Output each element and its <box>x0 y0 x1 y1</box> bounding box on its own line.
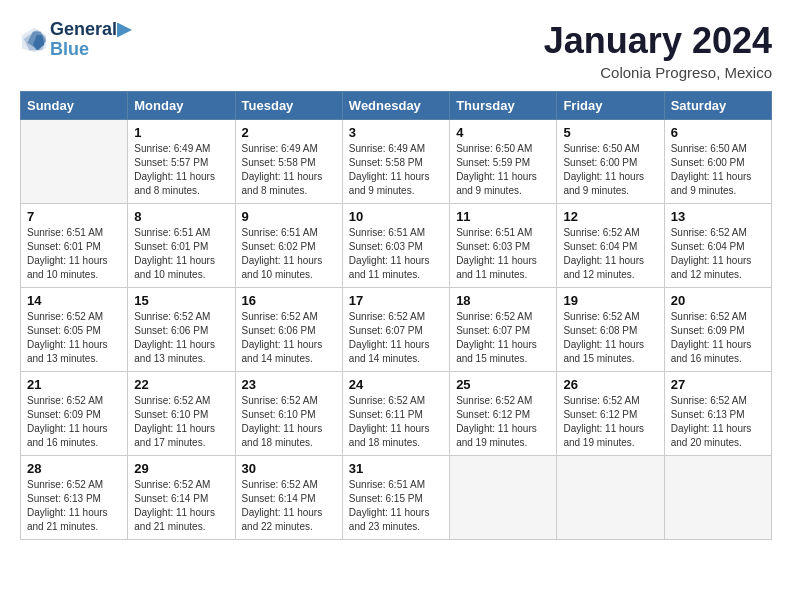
table-row: 26Sunrise: 6:52 AM Sunset: 6:12 PM Dayli… <box>557 372 664 456</box>
day-info: Sunrise: 6:52 AM Sunset: 6:14 PM Dayligh… <box>134 478 228 534</box>
day-info: Sunrise: 6:52 AM Sunset: 6:04 PM Dayligh… <box>671 226 765 282</box>
title-block: January 2024 Colonia Progreso, Mexico <box>544 20 772 81</box>
table-row: 16Sunrise: 6:52 AM Sunset: 6:06 PM Dayli… <box>235 288 342 372</box>
day-number: 11 <box>456 209 550 224</box>
day-info: Sunrise: 6:52 AM Sunset: 6:10 PM Dayligh… <box>242 394 336 450</box>
calendar-week-row: 14Sunrise: 6:52 AM Sunset: 6:05 PM Dayli… <box>21 288 772 372</box>
table-row: 20Sunrise: 6:52 AM Sunset: 6:09 PM Dayli… <box>664 288 771 372</box>
logo-text-line1: General▶ <box>50 20 131 40</box>
table-row <box>664 456 771 540</box>
day-number: 14 <box>27 293 121 308</box>
table-row: 8Sunrise: 6:51 AM Sunset: 6:01 PM Daylig… <box>128 204 235 288</box>
table-row: 2Sunrise: 6:49 AM Sunset: 5:58 PM Daylig… <box>235 120 342 204</box>
day-info: Sunrise: 6:51 AM Sunset: 6:03 PM Dayligh… <box>349 226 443 282</box>
day-number: 2 <box>242 125 336 140</box>
header-monday: Monday <box>128 92 235 120</box>
day-info: Sunrise: 6:52 AM Sunset: 6:06 PM Dayligh… <box>242 310 336 366</box>
day-info: Sunrise: 6:49 AM Sunset: 5:57 PM Dayligh… <box>134 142 228 198</box>
weekday-header-row: Sunday Monday Tuesday Wednesday Thursday… <box>21 92 772 120</box>
day-number: 27 <box>671 377 765 392</box>
day-number: 19 <box>563 293 657 308</box>
day-info: Sunrise: 6:52 AM Sunset: 6:08 PM Dayligh… <box>563 310 657 366</box>
table-row: 30Sunrise: 6:52 AM Sunset: 6:14 PM Dayli… <box>235 456 342 540</box>
header-friday: Friday <box>557 92 664 120</box>
table-row: 19Sunrise: 6:52 AM Sunset: 6:08 PM Dayli… <box>557 288 664 372</box>
day-number: 24 <box>349 377 443 392</box>
header-tuesday: Tuesday <box>235 92 342 120</box>
day-info: Sunrise: 6:50 AM Sunset: 6:00 PM Dayligh… <box>563 142 657 198</box>
day-info: Sunrise: 6:52 AM Sunset: 6:07 PM Dayligh… <box>349 310 443 366</box>
day-info: Sunrise: 6:52 AM Sunset: 6:12 PM Dayligh… <box>456 394 550 450</box>
day-number: 4 <box>456 125 550 140</box>
table-row: 4Sunrise: 6:50 AM Sunset: 5:59 PM Daylig… <box>450 120 557 204</box>
table-row: 7Sunrise: 6:51 AM Sunset: 6:01 PM Daylig… <box>21 204 128 288</box>
day-info: Sunrise: 6:52 AM Sunset: 6:13 PM Dayligh… <box>27 478 121 534</box>
day-number: 28 <box>27 461 121 476</box>
day-info: Sunrise: 6:51 AM Sunset: 6:02 PM Dayligh… <box>242 226 336 282</box>
day-number: 20 <box>671 293 765 308</box>
table-row: 24Sunrise: 6:52 AM Sunset: 6:11 PM Dayli… <box>342 372 449 456</box>
logo-text-line2: Blue <box>50 40 131 60</box>
table-row: 12Sunrise: 6:52 AM Sunset: 6:04 PM Dayli… <box>557 204 664 288</box>
day-info: Sunrise: 6:52 AM Sunset: 6:11 PM Dayligh… <box>349 394 443 450</box>
day-number: 22 <box>134 377 228 392</box>
day-number: 31 <box>349 461 443 476</box>
day-info: Sunrise: 6:50 AM Sunset: 5:59 PM Dayligh… <box>456 142 550 198</box>
day-info: Sunrise: 6:52 AM Sunset: 6:10 PM Dayligh… <box>134 394 228 450</box>
table-row: 6Sunrise: 6:50 AM Sunset: 6:00 PM Daylig… <box>664 120 771 204</box>
table-row: 10Sunrise: 6:51 AM Sunset: 6:03 PM Dayli… <box>342 204 449 288</box>
day-number: 9 <box>242 209 336 224</box>
table-row: 15Sunrise: 6:52 AM Sunset: 6:06 PM Dayli… <box>128 288 235 372</box>
day-number: 3 <box>349 125 443 140</box>
table-row: 23Sunrise: 6:52 AM Sunset: 6:10 PM Dayli… <box>235 372 342 456</box>
table-row: 14Sunrise: 6:52 AM Sunset: 6:05 PM Dayli… <box>21 288 128 372</box>
day-info: Sunrise: 6:52 AM Sunset: 6:09 PM Dayligh… <box>671 310 765 366</box>
header-thursday: Thursday <box>450 92 557 120</box>
table-row <box>450 456 557 540</box>
table-row: 3Sunrise: 6:49 AM Sunset: 5:58 PM Daylig… <box>342 120 449 204</box>
day-number: 30 <box>242 461 336 476</box>
day-info: Sunrise: 6:52 AM Sunset: 6:12 PM Dayligh… <box>563 394 657 450</box>
header-sunday: Sunday <box>21 92 128 120</box>
calendar-week-row: 7Sunrise: 6:51 AM Sunset: 6:01 PM Daylig… <box>21 204 772 288</box>
day-number: 29 <box>134 461 228 476</box>
day-number: 21 <box>27 377 121 392</box>
day-number: 5 <box>563 125 657 140</box>
header-wednesday: Wednesday <box>342 92 449 120</box>
day-info: Sunrise: 6:52 AM Sunset: 6:13 PM Dayligh… <box>671 394 765 450</box>
day-number: 12 <box>563 209 657 224</box>
table-row: 18Sunrise: 6:52 AM Sunset: 6:07 PM Dayli… <box>450 288 557 372</box>
day-number: 26 <box>563 377 657 392</box>
day-number: 16 <box>242 293 336 308</box>
day-number: 17 <box>349 293 443 308</box>
table-row: 5Sunrise: 6:50 AM Sunset: 6:00 PM Daylig… <box>557 120 664 204</box>
calendar-week-row: 21Sunrise: 6:52 AM Sunset: 6:09 PM Dayli… <box>21 372 772 456</box>
day-number: 8 <box>134 209 228 224</box>
day-info: Sunrise: 6:52 AM Sunset: 6:06 PM Dayligh… <box>134 310 228 366</box>
day-number: 6 <box>671 125 765 140</box>
location-subtitle: Colonia Progreso, Mexico <box>544 64 772 81</box>
day-info: Sunrise: 6:49 AM Sunset: 5:58 PM Dayligh… <box>349 142 443 198</box>
table-row: 21Sunrise: 6:52 AM Sunset: 6:09 PM Dayli… <box>21 372 128 456</box>
day-info: Sunrise: 6:52 AM Sunset: 6:05 PM Dayligh… <box>27 310 121 366</box>
month-title: January 2024 <box>544 20 772 62</box>
day-number: 13 <box>671 209 765 224</box>
calendar-table: Sunday Monday Tuesday Wednesday Thursday… <box>20 91 772 540</box>
day-info: Sunrise: 6:52 AM Sunset: 6:07 PM Dayligh… <box>456 310 550 366</box>
day-number: 15 <box>134 293 228 308</box>
day-number: 25 <box>456 377 550 392</box>
day-info: Sunrise: 6:50 AM Sunset: 6:00 PM Dayligh… <box>671 142 765 198</box>
day-info: Sunrise: 6:51 AM Sunset: 6:15 PM Dayligh… <box>349 478 443 534</box>
day-number: 10 <box>349 209 443 224</box>
calendar-week-row: 28Sunrise: 6:52 AM Sunset: 6:13 PM Dayli… <box>21 456 772 540</box>
table-row: 31Sunrise: 6:51 AM Sunset: 6:15 PM Dayli… <box>342 456 449 540</box>
day-number: 7 <box>27 209 121 224</box>
table-row: 13Sunrise: 6:52 AM Sunset: 6:04 PM Dayli… <box>664 204 771 288</box>
day-number: 23 <box>242 377 336 392</box>
table-row: 28Sunrise: 6:52 AM Sunset: 6:13 PM Dayli… <box>21 456 128 540</box>
table-row: 27Sunrise: 6:52 AM Sunset: 6:13 PM Dayli… <box>664 372 771 456</box>
table-row: 11Sunrise: 6:51 AM Sunset: 6:03 PM Dayli… <box>450 204 557 288</box>
header-saturday: Saturday <box>664 92 771 120</box>
table-row: 29Sunrise: 6:52 AM Sunset: 6:14 PM Dayli… <box>128 456 235 540</box>
logo-icon <box>20 26 48 54</box>
